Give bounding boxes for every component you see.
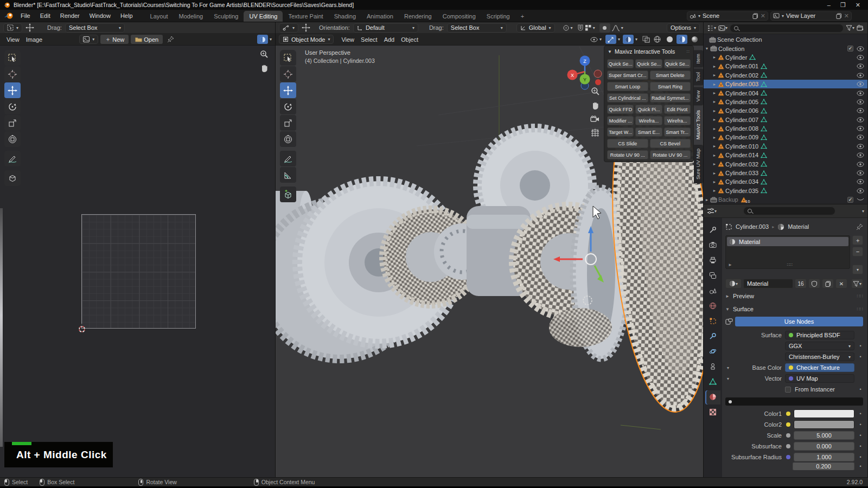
visibility-eye-icon[interactable] bbox=[857, 81, 864, 87]
preview-section[interactable]: ► Preview ∷∷ bbox=[725, 291, 863, 301]
viewport-canvas[interactable]: User Perspective (4) Collection | Cylind… bbox=[276, 46, 703, 477]
material-specials-dropdown[interactable]: ▾ bbox=[851, 279, 863, 288]
vector-input[interactable]: UV Map bbox=[785, 374, 854, 383]
shading-solid-button[interactable] bbox=[664, 35, 675, 44]
use-nodes-button[interactable]: Use Nodes bbox=[735, 317, 863, 326]
workspace-tab-animation[interactable]: Animation bbox=[361, 11, 399, 22]
visibility-eye-icon[interactable] bbox=[857, 162, 864, 167]
new-scene-icon[interactable] bbox=[752, 13, 758, 19]
properties-tab-object-data[interactable] bbox=[705, 375, 720, 389]
uv-display-settings-toggle[interactable] bbox=[257, 35, 268, 44]
outliner-row-cylinder-003[interactable]: ► Cylinder.003 bbox=[704, 80, 867, 88]
properties-search-input[interactable] bbox=[743, 207, 835, 215]
unlink-view-layer-icon[interactable]: ✕ bbox=[844, 12, 849, 20]
outliner-row-cylinder-007[interactable]: ► Cylinder.007 bbox=[704, 115, 867, 124]
decorator-dot[interactable]: • bbox=[858, 422, 863, 427]
maxivz-button[interactable]: Quick Se... bbox=[635, 59, 662, 68]
disclosure-triangle-icon[interactable]: ► bbox=[711, 136, 718, 139]
properties-tab-world[interactable] bbox=[705, 299, 720, 313]
sidebar-tab-sure-uv-map[interactable]: Sure UV Map bbox=[694, 145, 703, 183]
disclosure-triangle-icon[interactable]: ► bbox=[711, 118, 718, 121]
disclosure-triangle-icon[interactable]: ► bbox=[704, 198, 710, 202]
material-slot-list[interactable]: Material ►∷∷ bbox=[725, 235, 850, 269]
decorator-dot[interactable]: • bbox=[858, 343, 863, 349]
decorator-dot[interactable]: • bbox=[858, 387, 863, 392]
visibility-eye-icon[interactable] bbox=[857, 117, 864, 123]
pin-icon[interactable] bbox=[167, 36, 174, 43]
properties-tab-output[interactable] bbox=[705, 254, 720, 268]
uv-active-tool-dropdown[interactable]: ▾ bbox=[3, 23, 22, 33]
disclosure-triangle-icon[interactable]: ► bbox=[711, 55, 718, 59]
maxivz-button[interactable]: Set Cylindrical ... bbox=[607, 93, 648, 102]
close-button[interactable]: ✕ bbox=[856, 2, 860, 9]
outliner-row-cylinder[interactable]: ► Cylinder bbox=[704, 53, 867, 62]
measure-tool-button[interactable] bbox=[280, 167, 296, 183]
properties-tab-material[interactable] bbox=[705, 390, 720, 404]
decorator-dot[interactable]: • bbox=[858, 433, 863, 438]
outliner-row-scene-collection[interactable]: Scene Collection bbox=[704, 35, 867, 44]
color1-swatch[interactable] bbox=[794, 409, 854, 418]
gizmo-toggle[interactable] bbox=[605, 35, 616, 44]
scale-slider[interactable]: 5.000 bbox=[794, 431, 854, 440]
overlays-toggle[interactable] bbox=[623, 35, 634, 44]
decorator-dot[interactable]: • bbox=[858, 444, 863, 449]
menu-help[interactable]: Help bbox=[116, 11, 137, 21]
menu-window[interactable]: Window bbox=[85, 11, 115, 21]
view-layer-selector[interactable]: ▾ View Layer ✕ bbox=[770, 11, 852, 21]
unlink-scene-icon[interactable]: ✕ bbox=[761, 12, 765, 20]
orientation-dropdown[interactable]: Default▾ bbox=[353, 23, 418, 33]
disclosure-triangle-icon[interactable]: ► bbox=[711, 65, 718, 68]
outliner-search-input[interactable] bbox=[730, 24, 844, 33]
menu-render[interactable]: Render bbox=[56, 11, 84, 21]
move-tool-button[interactable] bbox=[280, 82, 296, 98]
maxivz-button[interactable]: Smart Loop bbox=[607, 82, 648, 91]
maxivz-button[interactable]: Modifier ... bbox=[607, 116, 634, 125]
disclosure-triangle-icon[interactable]: ► bbox=[711, 189, 718, 192]
new-material-button[interactable] bbox=[822, 279, 834, 288]
browse-material-dropdown[interactable]: ▾ bbox=[725, 279, 742, 288]
remove-slot-button[interactable]: − bbox=[852, 247, 863, 256]
add-slot-button[interactable]: ＋ bbox=[852, 235, 863, 245]
maxivz-button[interactable]: Super Smart Cr... bbox=[607, 70, 648, 80]
properties-tab-object[interactable] bbox=[705, 314, 720, 329]
material-name-field[interactable]: Material bbox=[743, 279, 793, 288]
visibility-eye-icon[interactable] bbox=[857, 73, 864, 78]
decorator-dot[interactable]: • bbox=[858, 464, 863, 469]
disclosure-triangle-icon[interactable]: ► bbox=[711, 127, 718, 131]
shading-material-button[interactable] bbox=[676, 35, 687, 44]
surface-section[interactable]: ▼ Surface ∷∷ bbox=[725, 304, 863, 314]
disclosure-triangle-icon[interactable]: ► bbox=[711, 153, 718, 157]
menu-edit[interactable]: Edit bbox=[36, 11, 55, 21]
visibility-eye-icon[interactable] bbox=[857, 99, 864, 105]
workspace-tab-layout[interactable]: Layout bbox=[145, 11, 174, 22]
workspace-tab-uv-editing[interactable]: UV Editing bbox=[244, 11, 283, 22]
outliner-row-cylinder-034[interactable]: ► Cylinder.034 bbox=[704, 177, 867, 186]
cursor-tool-button[interactable] bbox=[4, 66, 21, 82]
subsurface-radius-field[interactable]: 1.000 bbox=[794, 453, 854, 461]
outliner-row-cylinder-033[interactable]: ► Cylinder.033 bbox=[704, 169, 867, 177]
outliner-row-backup[interactable]: ► Backup16 ✓ bbox=[704, 195, 867, 204]
disclosure-triangle-icon[interactable]: ► bbox=[711, 109, 718, 113]
shading-wireframe-button[interactable] bbox=[652, 35, 662, 44]
outliner-row-cylinder-004[interactable]: ► Cylinder.004 bbox=[704, 88, 867, 97]
open-image-button[interactable]: Open bbox=[131, 35, 163, 44]
disclosure-triangle-icon[interactable]: ► bbox=[711, 91, 718, 95]
maximize-button[interactable]: ❒ bbox=[840, 2, 846, 9]
visibility-eye-closed-icon[interactable] bbox=[857, 197, 864, 202]
maxivz-button[interactable]: CS Slide bbox=[607, 139, 648, 148]
unlink-material-button[interactable]: ✕ bbox=[835, 279, 847, 288]
subsurface-method-dropdown[interactable]: Christensen-Burley ▾ bbox=[785, 352, 854, 361]
workspace-tab-rendering[interactable]: Rendering bbox=[399, 11, 437, 22]
properties-tab-constraints[interactable] bbox=[705, 360, 720, 374]
maxivz-button[interactable]: Quick Pi... bbox=[635, 105, 662, 114]
subsurface-slider[interactable]: 0.000 bbox=[794, 442, 854, 451]
outliner-row-cylinder-005[interactable]: ► Cylinder.005 bbox=[704, 98, 867, 106]
maxivz-button[interactable]: Radial Symmet... bbox=[650, 93, 691, 102]
decorator-dot[interactable]: • bbox=[858, 354, 863, 359]
viewport-menu-select[interactable]: Select bbox=[358, 35, 381, 44]
zoom-icon[interactable] bbox=[591, 87, 600, 96]
color2-swatch[interactable] bbox=[794, 420, 854, 429]
properties-tab-tool[interactable] bbox=[705, 223, 720, 237]
visibility-eye-icon[interactable] bbox=[857, 91, 864, 96]
visibility-eye-icon[interactable] bbox=[857, 108, 864, 113]
